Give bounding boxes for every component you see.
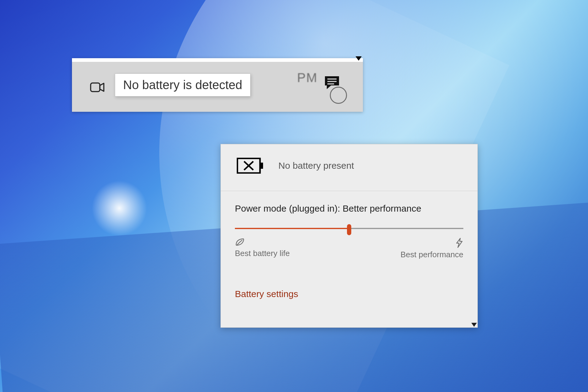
leaf-icon xyxy=(235,238,290,247)
tooltip-text: No battery is detected xyxy=(123,78,242,92)
slider-end-right: Best performance xyxy=(401,238,463,259)
cursor-ring xyxy=(330,87,347,104)
battery-tooltip: No battery is detected xyxy=(115,74,251,96)
battery-status-text: No battery present xyxy=(278,160,354,171)
chevron-down-icon xyxy=(356,56,362,61)
taskbar-topstrip xyxy=(72,58,363,62)
slider-left-label: Best battery life xyxy=(235,249,290,258)
lightning-icon xyxy=(455,238,463,248)
slider-track-fill xyxy=(235,228,349,229)
resize-grip-icon xyxy=(471,323,477,327)
slider-end-left: Best battery life xyxy=(235,238,290,258)
power-mode-slider[interactable] xyxy=(235,222,463,235)
svg-rect-0 xyxy=(91,83,100,92)
slider-right-label: Best performance xyxy=(401,250,463,259)
slider-thumb[interactable] xyxy=(347,224,351,235)
action-center-icon[interactable] xyxy=(324,75,341,90)
clock-partial: PM xyxy=(297,70,318,85)
battery-missing-icon xyxy=(237,158,264,174)
desktop-wallpaper: PM No battery is detected No xyxy=(0,0,588,392)
svg-rect-5 xyxy=(261,163,263,169)
divider xyxy=(221,191,477,191)
battery-flyout: No battery present Power mode (plugged i… xyxy=(221,144,478,328)
power-mode-label: Power mode (plugged in): Better performa… xyxy=(235,203,463,214)
video-camera-icon[interactable] xyxy=(90,81,105,93)
battery-settings-link[interactable]: Battery settings xyxy=(235,289,463,299)
taskbar-fragment: PM No battery is detected xyxy=(72,58,363,112)
